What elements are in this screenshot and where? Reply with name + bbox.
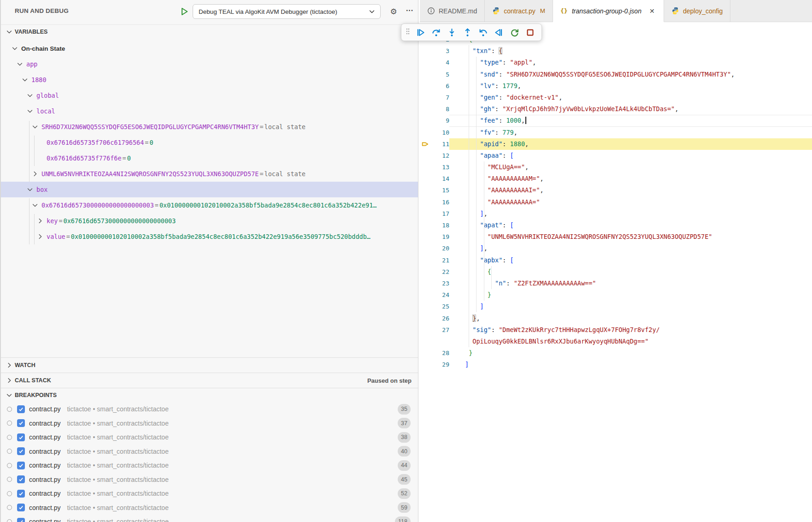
chevron-down-icon[interactable]: [26, 107, 34, 115]
tree-item-0x67616d6573[interactable]: 0x67616d65735f706c61796564 = 0: [1, 135, 418, 150]
stop-button[interactable]: [523, 25, 537, 39]
chevron-down-icon[interactable]: [31, 123, 39, 130]
code-line-16[interactable]: 16 "AAAAAAAAAAA=": [420, 196, 812, 208]
code-line-25[interactable]: 25 ]: [420, 301, 812, 312]
breakpoint-checkbox[interactable]: [17, 405, 25, 413]
chevron-right-icon[interactable]: [31, 170, 39, 178]
code-line-6[interactable]: 6 "lv": 1779,: [420, 80, 812, 92]
chevron-down-icon[interactable]: [31, 202, 39, 209]
code-line-9[interactable]: 9 "fee": 1000,: [420, 115, 812, 126]
code-line-18[interactable]: 18 "apat": [: [420, 219, 812, 231]
tab-transaction-group-json[interactable]: {} transaction-group-0.json ✕: [553, 0, 664, 22]
breakpoint-checkbox[interactable]: [17, 462, 25, 469]
chevron-down-icon[interactable]: [26, 186, 34, 193]
breakpoint-row[interactable]: contract.pytictactoe • smart_contracts/t…: [1, 473, 418, 487]
code-line-24[interactable]: 24 }: [420, 289, 812, 301]
tree-item-0x67616d6573[interactable]: 0x67616d6573000000000000000003 = 0x01000…: [1, 197, 418, 213]
code-line-23[interactable]: 23 "n": "Z2FtZXMAAAAAAAAAAw==": [420, 278, 812, 289]
tree-item-box[interactable]: box: [1, 182, 418, 197]
reverse-continue-button[interactable]: [492, 25, 506, 39]
chevron-down-icon[interactable]: [26, 92, 34, 99]
tree-item-key[interactable]: key = 0x67616d6573000000000000000003: [1, 213, 418, 229]
code-line-29[interactable]: 29]: [420, 359, 812, 370]
variables-section-header[interactable]: VARIABLES: [1, 24, 418, 38]
step-out-button[interactable]: [460, 25, 474, 39]
line-number: 7: [432, 92, 449, 103]
step-back-button[interactable]: [476, 25, 490, 39]
token-p: ,: [559, 94, 562, 101]
code-line-27[interactable]: 27 "sig": "DmeWt2zKUkRryc7tHHHapwzLgqUX+…: [420, 324, 812, 336]
code-line-15[interactable]: 15 "AAAAAAAAAAI=",: [420, 184, 812, 196]
breakpoint-row[interactable]: contract.pytictactoe • smart_contracts/t…: [1, 486, 418, 501]
step-into-button[interactable]: [445, 25, 459, 39]
chevron-down-icon[interactable]: [11, 45, 18, 52]
continue-button[interactable]: [413, 25, 427, 39]
breakpoint-checkbox[interactable]: [17, 504, 25, 511]
breakpoint-row[interactable]: contract.pytictactoe • smart_contracts/t…: [1, 458, 418, 473]
code-line-17[interactable]: 17 ],: [420, 208, 812, 219]
tree-item-global[interactable]: global: [1, 88, 418, 103]
glyph-margin: [420, 161, 432, 173]
code-line-22[interactable]: 22 {: [420, 266, 812, 278]
code-line-28[interactable]: 28 }: [420, 347, 812, 359]
tab-deploy-config[interactable]: deploy_config: [664, 0, 730, 22]
code-line-4[interactable]: 4 "type": "appl",: [420, 57, 812, 68]
tree-item-local[interactable]: local: [1, 103, 418, 119]
toolbar-gripper[interactable]: [405, 27, 412, 38]
breakpoint-row[interactable]: contract.pytictactoe • smart_contracts/t…: [1, 416, 418, 431]
call-stack-section-header[interactable]: CALL STACK Paused on step: [1, 373, 418, 388]
breakpoint-row[interactable]: contract.pytictactoe • smart_contracts/t…: [1, 501, 418, 515]
debug-config-dropdown[interactable]: Debug TEAL via AlgoKit AVM Debugger (tic…: [193, 4, 381, 19]
tree-item-srh6d7xu2n6w[interactable]: SRH6D7XU2N6WQQ5SSYDQFG5ESO6JWEQIDPGLUGYC…: [1, 119, 418, 135]
restart-button[interactable]: [507, 25, 521, 39]
watch-section-header[interactable]: WATCH: [1, 357, 418, 373]
more-actions-icon[interactable]: ···: [404, 5, 416, 17]
breakpoint-checkbox[interactable]: [17, 475, 25, 483]
code-line-26[interactable]: 26 },: [420, 313, 812, 324]
code-line-11[interactable]: 11 "apid": 1880,: [420, 138, 812, 150]
code-text: "apid": 1880,: [449, 138, 812, 150]
breakpoint-row[interactable]: contract.pytictactoe • smart_contracts/t…: [1, 402, 418, 416]
breakpoint-checkbox[interactable]: [17, 490, 25, 498]
token-b2: }: [469, 349, 472, 356]
breakpoint-row[interactable]: contract.pytictactoe • smart_contracts/t…: [1, 515, 418, 522]
start-debug-button[interactable]: [180, 7, 189, 16]
code-line-14[interactable]: 14 "AAAAAAAAAAM=",: [420, 173, 812, 184]
tree-item-app[interactable]: app: [1, 56, 418, 72]
chevron-right-icon[interactable]: [36, 217, 44, 225]
line-number: 11: [432, 138, 449, 150]
code-line-5[interactable]: 5 "snd": "SRH6D7XU2N6WQQ5SSYDQFG5ESO6JWE…: [420, 69, 812, 80]
code-line-19[interactable]: 19 "UNML6W5NVHRIKTEOZAA4NI2SWQROSGNFNY2Q…: [420, 231, 812, 243]
breakpoint-checkbox[interactable]: [17, 419, 25, 427]
gear-icon[interactable]: ⚙: [388, 6, 400, 18]
code-line-3[interactable]: 3 "txn": {: [420, 45, 812, 57]
step-over-button[interactable]: [429, 25, 443, 39]
breakpoint-row[interactable]: contract.pytictactoe • smart_contracts/t…: [1, 445, 418, 459]
chevron-down-icon[interactable]: [21, 76, 29, 83]
code-line-12[interactable]: 12 "apaa": [: [420, 150, 812, 161]
code-line-13[interactable]: 13 "MCLUgA==",: [420, 161, 812, 173]
code-editor[interactable]: 2 {3 "txn": {4 "type": "appl",5 "snd": "…: [420, 22, 812, 522]
tree-item-on-chain sta[interactable]: On-chain State: [1, 41, 418, 56]
breakpoint-checkbox[interactable]: [17, 433, 25, 441]
chevron-down-icon[interactable]: [16, 60, 24, 68]
code-line-20[interactable]: 20 ],: [420, 243, 812, 254]
code-line-wrap[interactable]: OpiLouqyG0kkEDLBNlsr6RxXJbu6arKwyoyqHUbN…: [420, 336, 812, 347]
tree-item-1880[interactable]: 1880: [1, 72, 418, 88]
code-line-10[interactable]: 10 "fv": 779,: [420, 127, 812, 138]
tree-item-value[interactable]: value = 0x010000000102010002a358bf5bada9…: [1, 229, 418, 244]
close-icon[interactable]: ✕: [648, 7, 656, 15]
tab-contract-py[interactable]: contract.py M: [485, 0, 553, 22]
token-p: :: [502, 140, 510, 148]
breakpoints-section-header[interactable]: BREAKPOINTS: [1, 388, 418, 402]
code-line-21[interactable]: 21 "apbx": [: [420, 255, 812, 266]
tree-item-unml6w5nvhri[interactable]: UNML6W5NVHRIKTEOZAA4NI2SWQROSGNFNY2QS523…: [1, 166, 418, 182]
chevron-right-icon[interactable]: [36, 233, 44, 240]
breakpoint-checkbox[interactable]: [17, 447, 25, 455]
code-line-7[interactable]: 7 "gen": "dockernet-v1",: [420, 92, 812, 103]
tree-item-0x67616d6573[interactable]: 0x67616d65735f776f6e = 0: [1, 150, 418, 166]
tab-readme[interactable]: README.md: [420, 0, 485, 22]
breakpoint-row[interactable]: contract.pytictactoe • smart_contracts/t…: [1, 430, 418, 445]
code-line-8[interactable]: 8 "gh": "XrjqMlCpJ6h9h7jyVw0bLvkpzUoWeIA…: [420, 103, 812, 115]
breakpoint-checkbox[interactable]: [17, 518, 25, 522]
